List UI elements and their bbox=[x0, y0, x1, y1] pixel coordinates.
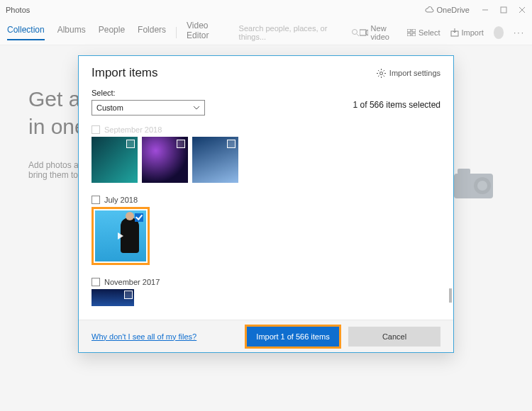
svg-rect-8 bbox=[412, 29, 416, 32]
close-button[interactable] bbox=[518, 6, 526, 14]
onedrive-indicator[interactable]: OneDrive bbox=[424, 6, 470, 14]
month-checkbox[interactable] bbox=[92, 125, 100, 134]
tab-video-editor[interactable]: Video Editor bbox=[187, 21, 230, 45]
import-settings-link[interactable]: Import settings bbox=[377, 69, 440, 78]
thumb-checkbox[interactable] bbox=[227, 140, 235, 148]
svg-rect-10 bbox=[412, 33, 416, 36]
month-checkbox[interactable] bbox=[92, 278, 100, 286]
hero-line1: Get a bbox=[28, 87, 80, 111]
cancel-button[interactable]: Cancel bbox=[348, 327, 440, 347]
thumbnail-video[interactable] bbox=[95, 210, 146, 261]
thumb-checkbox[interactable] bbox=[177, 140, 185, 148]
import-confirm-button[interactable]: Import 1 of 566 items bbox=[247, 327, 339, 347]
modal-footer: Why don't I see all of my files? Import … bbox=[79, 320, 453, 352]
import-button-highlight: Import 1 of 566 items bbox=[245, 325, 341, 349]
month-label: July 2018 bbox=[104, 196, 138, 204]
month-group-nov2017: November 2017 bbox=[92, 278, 440, 306]
dropdown-value: Custom bbox=[96, 103, 123, 112]
selected-count: 1 of 566 items selected bbox=[353, 89, 440, 110]
help-link[interactable]: Why don't I see all of my files? bbox=[92, 332, 238, 341]
svg-point-16 bbox=[379, 72, 382, 74]
month-group-jul2018: July 2018 bbox=[92, 196, 440, 265]
nav-divider bbox=[176, 27, 177, 38]
more-menu[interactable]: ··· bbox=[514, 28, 525, 38]
import-button[interactable]: Import bbox=[450, 28, 484, 37]
nav-actions: New video Select Import ··· bbox=[360, 24, 525, 41]
import-icon bbox=[450, 28, 459, 37]
thumb-checkbox[interactable] bbox=[126, 140, 135, 148]
minimize-button[interactable] bbox=[481, 6, 489, 14]
month-label: November 2017 bbox=[104, 278, 160, 286]
scrollbar-thumb[interactable] bbox=[449, 288, 452, 303]
svg-rect-6 bbox=[360, 30, 366, 35]
month-group-sep2018: September 2018 bbox=[92, 125, 440, 183]
avatar[interactable] bbox=[494, 26, 504, 39]
svg-rect-9 bbox=[407, 33, 411, 36]
tab-people[interactable]: People bbox=[99, 25, 125, 40]
tab-collection[interactable]: Collection bbox=[7, 25, 45, 40]
import-label: Import bbox=[462, 28, 484, 37]
import-settings-label: Import settings bbox=[389, 69, 440, 77]
thumbnail[interactable] bbox=[142, 137, 188, 183]
thumb-checkbox-checked[interactable] bbox=[135, 213, 143, 222]
select-icon bbox=[407, 29, 416, 36]
camera-illustration bbox=[447, 163, 504, 206]
svg-rect-15 bbox=[458, 169, 470, 174]
month-header[interactable]: September 2018 bbox=[92, 125, 440, 134]
modal-title: Import items bbox=[92, 66, 158, 80]
select-label: Select bbox=[419, 28, 440, 37]
month-checkbox[interactable] bbox=[92, 196, 100, 204]
thumb-checkbox[interactable] bbox=[124, 291, 133, 299]
select-button[interactable]: Select bbox=[407, 28, 440, 37]
import-modal: Import items Import settings Select: Cus… bbox=[78, 55, 454, 353]
app-name: Photos bbox=[6, 6, 424, 14]
thumbnail[interactable] bbox=[92, 289, 134, 306]
window-controls bbox=[481, 6, 526, 14]
scrollbar[interactable] bbox=[449, 118, 452, 320]
chevron-down-icon bbox=[193, 106, 200, 110]
search-placeholder: Search people, places, or things... bbox=[239, 24, 345, 41]
select-row: Select: Custom 1 of 566 items selected bbox=[79, 84, 453, 118]
new-video-button[interactable]: New video bbox=[360, 24, 397, 41]
svg-rect-1 bbox=[501, 7, 506, 13]
svg-point-14 bbox=[477, 181, 487, 191]
titlebar: Photos OneDrive bbox=[0, 0, 532, 20]
cloud-icon bbox=[424, 6, 434, 13]
modal-body: September 2018 July 2018 bbox=[79, 118, 453, 320]
selected-highlight bbox=[92, 207, 150, 265]
gear-icon bbox=[377, 69, 386, 78]
play-icon bbox=[118, 232, 123, 240]
onedrive-label: OneDrive bbox=[437, 6, 470, 14]
tab-folders[interactable]: Folders bbox=[138, 25, 166, 40]
nav-tabs: Collection Albums People Folders bbox=[7, 25, 166, 40]
modal-header: Import items Import settings bbox=[79, 56, 453, 84]
maximize-button[interactable] bbox=[499, 6, 508, 14]
month-label: September 2018 bbox=[104, 125, 162, 134]
tab-albums[interactable]: Albums bbox=[57, 25, 86, 40]
month-header[interactable]: July 2018 bbox=[92, 196, 440, 204]
svg-point-4 bbox=[352, 29, 357, 34]
select-dropdown[interactable]: Custom bbox=[92, 100, 205, 116]
new-video-label: New video bbox=[371, 24, 397, 41]
month-header[interactable]: November 2017 bbox=[92, 278, 440, 286]
search-icon bbox=[351, 28, 360, 37]
thumbnail[interactable] bbox=[92, 137, 138, 183]
navbar: Collection Albums People Folders Video E… bbox=[0, 20, 532, 45]
thumbnail[interactable] bbox=[192, 137, 238, 183]
svg-line-5 bbox=[357, 34, 359, 36]
svg-rect-7 bbox=[407, 29, 411, 32]
search-input[interactable]: Search people, places, or things... bbox=[239, 25, 360, 40]
video-plus-icon bbox=[360, 29, 368, 36]
select-label: Select: bbox=[92, 89, 205, 97]
